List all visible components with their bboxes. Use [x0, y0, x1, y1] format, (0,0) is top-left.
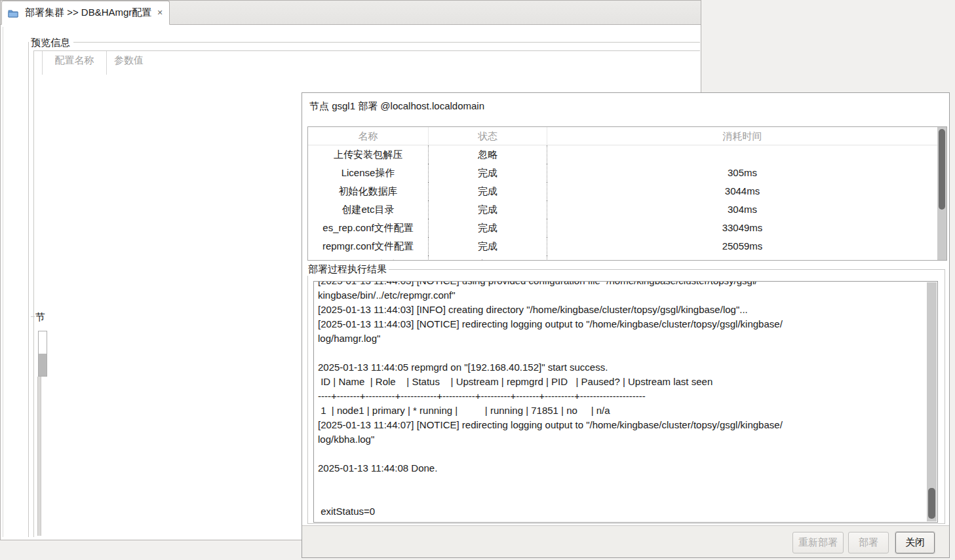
- steps-row[interactable]: License操作完成305ms: [308, 164, 937, 182]
- log-line: kingbase/bin/../etc/repmgr.conf": [318, 288, 926, 303]
- log-scrollbar-thumb[interactable]: [928, 488, 935, 519]
- group-border: [73, 42, 700, 43]
- close-icon[interactable]: ✕: [157, 9, 163, 17]
- log-line: [2025-01-13 11:44:03] [NOTICE] using pro…: [318, 282, 926, 288]
- folder-icon: [8, 9, 21, 18]
- tab-label: 部署集群 >> DB&HAmgr配置: [25, 7, 151, 19]
- steps-row[interactable]: 创建etc目录完成304ms: [308, 200, 937, 219]
- close-button[interactable]: 关闭: [895, 532, 935, 553]
- covered-group-label-fragment: 节: [35, 311, 45, 324]
- log-line: log/kbha.log": [318, 432, 926, 447]
- redeploy-button: 重新部署: [792, 532, 844, 553]
- deploy-steps-table: 名称状态消耗时间上传安装包解压忽略License操作完成305ms初始化数据库完…: [307, 126, 947, 261]
- deploy-log-content: [2025-01-13 11:44:03] [NOTICE] using pro…: [314, 282, 926, 522]
- log-line: log/hamgr.log": [318, 331, 926, 346]
- group-border: [31, 316, 35, 317]
- deploy-log-group-label: 部署过程执行结果: [306, 263, 389, 276]
- step-status: 完成: [429, 164, 547, 182]
- log-line: 2025-01-13 11:44:08 Done.: [318, 461, 926, 476]
- deploy-log-textarea[interactable]: [2025-01-13 11:44:03] [NOTICE] using pro…: [313, 281, 938, 523]
- step-time: 3044ms: [547, 182, 937, 200]
- log-line: [318, 447, 926, 461]
- step-status: 完成: [429, 182, 547, 200]
- step-status: 忽略: [429, 145, 547, 164]
- log-scrollbar[interactable]: [927, 282, 937, 521]
- step-name: 创建etc目录: [308, 200, 429, 219]
- application-window: 窗口(W)帮助(H) 集群管理 ✕ ▼根节点▼集群: [0, 0, 955, 560]
- step-time: 304ms: [547, 200, 937, 219]
- step-name: es_rep.conf文件配置: [308, 219, 429, 237]
- step-name: sys_hba.conf文件配置: [308, 255, 429, 261]
- step-time: 305ms: [547, 164, 937, 182]
- deploy-target-label: 节点 gsgl1 部署 @localhost.localdomain: [309, 100, 484, 113]
- deploy-button: 部署: [848, 532, 889, 553]
- step-name: License操作: [308, 164, 429, 182]
- table-border: [33, 50, 34, 537]
- step-status: 完成: [429, 255, 547, 261]
- steps-column-header: 状态: [429, 127, 547, 145]
- table-scrollbar-thumb[interactable]: [939, 129, 945, 210]
- deploy-steps-rows: 名称状态消耗时间上传安装包解压忽略License操作完成305ms初始化数据库完…: [308, 127, 937, 260]
- steps-row[interactable]: 上传安装包解压忽略: [308, 145, 937, 164]
- log-line: [318, 490, 926, 504]
- step-name: 初始化数据库: [308, 182, 429, 200]
- steps-row[interactable]: 初始化数据库完成3044ms: [308, 182, 937, 200]
- log-line: 1 | node1 | primary | * running | | runn…: [318, 403, 926, 418]
- step-status: 完成: [429, 200, 547, 219]
- steps-column-header: 消耗时间: [547, 127, 937, 145]
- log-line: [318, 346, 926, 360]
- tab-deploy-cluster[interactable]: 部署集群 >> DB&HAmgr配置 ✕: [1, 1, 170, 25]
- preview-column-header: 配置名称: [43, 51, 106, 69]
- step-name: repmgr.conf文件配置: [308, 237, 429, 255]
- step-time: 25059ms: [547, 237, 937, 255]
- log-line: [2025-01-13 11:44:07] [NOTICE] redirecti…: [318, 418, 926, 432]
- log-line: 2025-01-13 11:44:05 repmgrd on "[192.168…: [318, 360, 926, 375]
- step-status: 完成: [429, 237, 547, 255]
- editor-border: [3, 27, 3, 537]
- log-line: ID | Name | Role | Status | Upstream | r…: [318, 375, 926, 389]
- dialog-button-bar: 重新部署部署关闭: [302, 525, 949, 557]
- table-scrollbar[interactable]: [937, 127, 946, 260]
- step-status: 完成: [429, 219, 547, 237]
- steps-column-header: 名称: [308, 127, 429, 145]
- steps-row[interactable]: sys_hba.conf文件配置完成4004ms: [308, 255, 937, 261]
- log-line: ----+-------+---------+-----------+-----…: [318, 389, 926, 403]
- log-line: exitStatus=0: [318, 504, 926, 519]
- preview-group-label: 预览信息: [31, 37, 70, 49]
- covered-scrollbar-fragment[interactable]: [38, 331, 47, 377]
- sash-fragment[interactable]: [37, 377, 41, 536]
- steps-header-row: 名称状态消耗时间: [308, 127, 937, 145]
- deploy-progress-dialog: 节点 gsgl1 部署 @localhost.localdomain 名称状态消…: [302, 92, 950, 558]
- log-line: [318, 476, 926, 490]
- log-line: [2025-01-13 11:44:03] [INFO] creating di…: [318, 303, 926, 317]
- step-time: 4004ms: [547, 255, 937, 261]
- preview-column-header: 参数值: [114, 51, 144, 69]
- editor-tab-bar: 部署集群 >> DB&HAmgr配置 ✕: [1, 1, 701, 25]
- step-time: 33049ms: [547, 219, 937, 237]
- group-border: [28, 42, 29, 537]
- steps-row[interactable]: es_rep.conf文件配置完成33049ms: [308, 219, 937, 237]
- steps-row[interactable]: repmgr.conf文件配置完成25059ms: [308, 237, 937, 255]
- log-line: [2025-01-13 11:44:03] [NOTICE] redirecti…: [318, 317, 926, 331]
- step-name: 上传安装包解压: [308, 145, 429, 164]
- column-divider: [106, 51, 107, 75]
- step-time: [547, 145, 937, 164]
